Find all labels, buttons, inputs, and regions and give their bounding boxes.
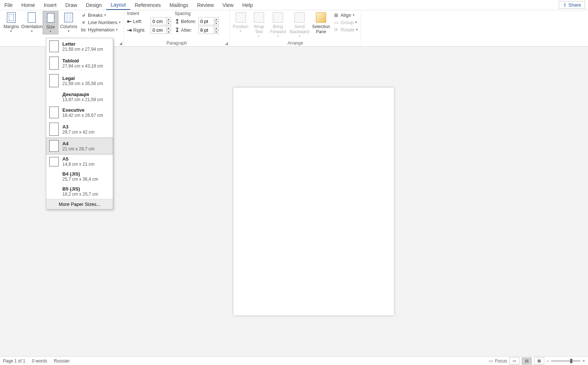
- size-option-dim: 18,2 cm x 25,7 cm: [62, 192, 98, 197]
- spacing-before-spinner[interactable]: ▴▾: [214, 17, 219, 25]
- page-icon: [49, 74, 59, 87]
- menu-view[interactable]: View: [218, 1, 238, 9]
- orientation-button[interactable]: Orientation ▾: [22, 11, 42, 34]
- line-numbers-button[interactable]: ≡ Line Numbers ▾: [79, 19, 122, 26]
- indent-right-label: Right:: [133, 27, 149, 33]
- orientation-label: Orientation: [21, 24, 43, 29]
- size-option-legal[interactable]: Legal 21,59 cm x 35,56 cm: [46, 72, 113, 89]
- send-backward-button: Send Backward ▾: [289, 11, 310, 39]
- size-option-dim: 14,8 cm x 21 cm: [62, 162, 94, 167]
- size-option-a4[interactable]: A4 21 cm x 29,7 cm: [46, 138, 113, 154]
- spacing-before-label: Before:: [181, 19, 197, 24]
- size-option-a5[interactable]: A5 14,8 cm x 21 cm: [46, 154, 113, 169]
- size-option-dim: 27,94 cm x 43,18 cm: [62, 64, 103, 69]
- size-button[interactable]: Size ▾: [43, 11, 58, 34]
- size-option-name: B5 (JIS): [62, 186, 98, 192]
- focus-icon: ▭: [489, 358, 493, 364]
- columns-button[interactable]: Columns ▾: [59, 11, 78, 34]
- position-label: Position: [233, 24, 248, 29]
- menu-review[interactable]: Review: [193, 1, 218, 9]
- spacing-after-icon: ↧: [175, 27, 179, 34]
- menu-file[interactable]: File: [0, 1, 17, 9]
- bring-forward-label: Bring Forward: [268, 24, 287, 34]
- spacing-after-label: After:: [181, 27, 197, 33]
- group-paragraph: Indent ⇤ Left: ▴▾ ⇥ Right: ▴▾: [124, 10, 230, 46]
- menu-home[interactable]: Home: [17, 1, 39, 9]
- more-paper-sizes-button[interactable]: More Paper Sizes...: [46, 199, 113, 209]
- size-option-name: B4 (JIS): [62, 171, 98, 177]
- page-icon: [49, 140, 59, 152]
- rotate-icon: ⟳: [333, 27, 339, 32]
- size-option-declaration[interactable]: Декларація 13,97 cm x 21,59 cm: [46, 89, 113, 104]
- menu-design[interactable]: Design: [82, 1, 107, 9]
- hyphenation-button[interactable]: bc Hyphenation ▾: [79, 26, 122, 33]
- menu-references[interactable]: References: [130, 1, 165, 9]
- menu-layout[interactable]: Layout: [106, 0, 130, 10]
- document-page[interactable]: [233, 88, 394, 315]
- position-icon: [236, 12, 246, 23]
- zoom-out-button[interactable]: −: [546, 358, 549, 364]
- size-option-b4[interactable]: B4 (JIS) 25,7 cm x 36,4 cm: [46, 169, 113, 184]
- send-backward-label: Send Backward: [290, 24, 310, 34]
- menu-draw[interactable]: Draw: [61, 1, 82, 9]
- spacing-after-spinner[interactable]: ▴▾: [214, 26, 219, 34]
- selection-pane-icon: [316, 12, 326, 23]
- menu-mailings[interactable]: Mailings: [165, 1, 193, 9]
- margins-button[interactable]: Margins ▾: [1, 11, 21, 34]
- position-button: Position ▾: [231, 11, 250, 34]
- size-option-b5[interactable]: B5 (JIS) 18,2 cm x 25,7 cm: [46, 184, 113, 199]
- line-numbers-icon: ≡: [81, 19, 86, 25]
- status-language[interactable]: Russian: [54, 358, 69, 364]
- web-layout-button[interactable]: ▦: [534, 357, 544, 365]
- indent-right-spinner[interactable]: ▴▾: [166, 26, 171, 34]
- indent-right-icon: ⇥: [127, 27, 132, 34]
- page-icon: [49, 41, 59, 52]
- status-page[interactable]: Page 1 of 1: [3, 358, 25, 364]
- indent-left-spinner[interactable]: ▴▾: [166, 17, 171, 25]
- chevron-down-icon: ▾: [68, 29, 70, 33]
- page-icon: [49, 123, 59, 136]
- selection-pane-button[interactable]: Selection Pane: [311, 11, 331, 35]
- group-button: ▭ Group ▾: [332, 19, 359, 26]
- size-option-tabloid[interactable]: Tabloid 27,94 cm x 43,18 cm: [46, 54, 113, 72]
- size-icon: [47, 13, 54, 23]
- size-option-a3[interactable]: A3 29,7 cm x 42 cm: [46, 120, 113, 138]
- page-setup-launcher[interactable]: ◢: [119, 41, 123, 46]
- read-mode-button[interactable]: ▭: [509, 357, 519, 365]
- size-option-name: Executive: [62, 107, 103, 113]
- menu-insert[interactable]: Insert: [39, 1, 61, 9]
- chevron-down-icon: ▾: [356, 28, 358, 31]
- chevron-down-icon: ▾: [116, 28, 118, 31]
- rotate-button: ⟳ Rotate ▾: [332, 26, 359, 33]
- columns-icon: [64, 13, 73, 22]
- breaks-button[interactable]: ↲ Breaks ▾: [79, 12, 122, 18]
- paragraph-group-label: Paragraph: [166, 41, 187, 46]
- print-layout-button[interactable]: ▤: [522, 357, 532, 365]
- size-option-dim: 18,42 cm x 26,67 cm: [62, 113, 103, 118]
- status-words[interactable]: 0 words: [32, 358, 47, 364]
- size-option-dim: 21,59 cm x 27,94 cm: [62, 47, 103, 52]
- zoom-thumb[interactable]: [570, 359, 572, 363]
- zoom-slider[interactable]: [551, 360, 580, 362]
- chevron-down-icon: ▾: [50, 30, 51, 33]
- size-option-name: A5: [62, 156, 94, 162]
- paragraph-launcher[interactable]: ◢: [224, 41, 229, 46]
- group-label: Group: [341, 20, 354, 25]
- arrange-group-label: Arrange: [287, 41, 303, 46]
- indent-header: Indent: [125, 11, 173, 17]
- align-button[interactable]: ⊞ Align ▾: [332, 12, 359, 18]
- size-option-dim: 21 cm x 29,7 cm: [62, 146, 94, 151]
- orientation-icon: [28, 12, 36, 23]
- focus-button[interactable]: Focus: [495, 358, 507, 364]
- share-button[interactable]: ⇪ Share: [559, 1, 585, 9]
- size-option-dim: 29,7 cm x 42 cm: [62, 130, 94, 135]
- size-option-name: A4: [62, 141, 94, 146]
- margins-label: Margins: [3, 24, 19, 29]
- page-icon: [49, 57, 59, 70]
- hyphenation-label: Hyphenation: [88, 27, 115, 32]
- size-option-executive[interactable]: Executive 18,42 cm x 26,67 cm: [46, 104, 113, 120]
- menu-help[interactable]: Help: [238, 1, 257, 9]
- size-option-letter[interactable]: Letter 21,59 cm x 27,94 cm: [46, 38, 113, 54]
- zoom-in-button[interactable]: +: [583, 358, 585, 364]
- size-option-dim: 25,7 cm x 36,4 cm: [62, 177, 98, 182]
